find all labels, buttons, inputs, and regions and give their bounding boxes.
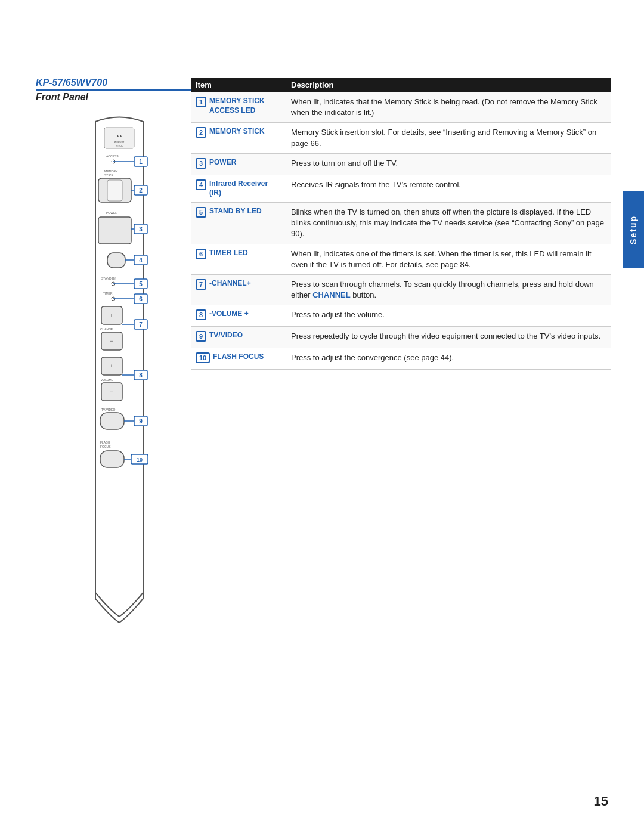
item-cell-6: 6 TIMER LED — [196, 249, 291, 259]
svg-rect-12 — [107, 180, 122, 201]
desc-cell-8: Press to adjust the volume. — [291, 309, 606, 320]
svg-text:STAND BY: STAND BY — [101, 277, 116, 280]
item-num-5: 5 — [196, 207, 206, 218]
svg-text:−: − — [110, 389, 113, 395]
item-cell-2: 2 MEMORY STICK — [196, 127, 291, 138]
svg-text:TV/VIDEO: TV/VIDEO — [101, 408, 115, 411]
item-cell-8: 8 -VOLUME + — [196, 309, 291, 320]
table-row: 7 -CHANNEL+ Press to scan through channe… — [191, 275, 611, 305]
setup-tab-label: Setup — [628, 215, 638, 244]
item-name-9: TV/VIDEO — [209, 331, 243, 340]
table-row: 9 TV/VIDEO Press repeatedly to cycle thr… — [191, 327, 611, 348]
item-name-2: MEMORY STICK — [209, 127, 265, 137]
svg-text:MEMORY: MEMORY — [114, 140, 125, 143]
panel-title: KP-57/65WV700 Front Panel — [36, 78, 203, 103]
svg-text:7: 7 — [139, 321, 143, 328]
right-panel: Item Description 1 MEMORY STICKACCESS LE… — [191, 78, 611, 370]
channel-highlight: CHANNEL — [312, 290, 351, 299]
item-num-4: 4 — [196, 179, 206, 190]
desc-cell-4: Receives IR signals from the TV’s remote… — [291, 179, 606, 190]
item-cell-1: 1 MEMORY STICKACCESS LED — [196, 97, 291, 115]
item-num-3: 3 — [196, 158, 206, 169]
svg-text:TIMER: TIMER — [103, 292, 113, 295]
svg-text:9: 9 — [139, 418, 143, 425]
svg-text:FOCUS: FOCUS — [100, 445, 111, 448]
svg-rect-21 — [107, 253, 125, 268]
item-cell-5: 5 STAND BY LED — [196, 207, 291, 218]
device-illustration: ▲▲ MEMORY STICK ACCESS 1 MEMORY STICK 2 … — [78, 110, 161, 630]
item-name-1: MEMORY STICKACCESS LED — [209, 97, 265, 115]
item-cell-3: 3 POWER — [196, 158, 291, 169]
desc-cell-3: Press to turn on and off the TV. — [291, 158, 606, 169]
item-num-10: 10 — [196, 352, 210, 363]
item-name-10: FLASH FOCUS — [213, 352, 264, 362]
model-name: KP-57/65WV700 — [36, 78, 203, 91]
item-cell-4: 4 Infrared Receiver(IR) — [196, 179, 291, 198]
desc-cell-7: Press to scan through channels. To scan … — [291, 279, 606, 301]
svg-text:ACCESS: ACCESS — [106, 154, 119, 158]
svg-text:4: 4 — [139, 257, 143, 264]
svg-text:STICK: STICK — [104, 174, 113, 177]
item-num-6: 6 — [196, 249, 206, 259]
item-num-7: 7 — [196, 279, 206, 290]
item-cell-7: 7 -CHANNEL+ — [196, 279, 291, 290]
svg-text:10: 10 — [137, 457, 143, 463]
svg-text:VOLUME: VOLUME — [101, 378, 114, 382]
desc-cell-9: Press repeatedly to cycle through the vi… — [291, 331, 606, 342]
item-num-9: 9 — [196, 331, 206, 342]
table-row: 5 STAND BY LED Blinks when the TV is tur… — [191, 203, 611, 244]
page-number: 15 — [594, 794, 608, 809]
item-cell-9: 9 TV/VIDEO — [196, 331, 291, 342]
table-row: 3 POWER Press to turn on and off the TV. — [191, 154, 611, 175]
svg-text:POWER: POWER — [106, 211, 117, 215]
svg-text:1: 1 — [139, 159, 143, 165]
header-item: Item — [196, 80, 291, 89]
item-num-2: 2 — [196, 127, 206, 138]
table-row: 10 FLASH FOCUS Press to adjust the conve… — [191, 348, 611, 370]
svg-text:6: 6 — [139, 296, 143, 302]
item-name-7: -CHANNEL+ — [209, 279, 251, 289]
svg-text:3: 3 — [139, 226, 143, 233]
item-name-5: STAND BY LED — [209, 207, 262, 216]
item-cell-10: 10 FLASH FOCUS — [196, 352, 291, 363]
item-name-3: POWER — [209, 158, 236, 168]
svg-rect-17 — [98, 217, 131, 244]
desc-cell-6: When lit, indicates one of the timers is… — [291, 249, 606, 270]
svg-text:MEMORY: MEMORY — [104, 169, 118, 173]
table-row: 6 TIMER LED When lit, indicates one of t… — [191, 244, 611, 275]
svg-text:+: + — [110, 363, 113, 369]
svg-text:FLASH: FLASH — [100, 441, 110, 444]
header-description: Description — [291, 80, 606, 89]
desc-cell-1: When lit, indicates that the Memory Stic… — [291, 97, 606, 118]
item-name-8: -VOLUME + — [209, 309, 249, 319]
table-row: 1 MEMORY STICKACCESS LED When lit, indic… — [191, 92, 611, 123]
desc-cell-2: Memory Stick insertion slot. For details… — [291, 127, 606, 148]
panel-subtitle: Front Panel — [36, 92, 88, 102]
svg-text:−: − — [110, 338, 113, 344]
svg-text:STICK: STICK — [116, 144, 123, 147]
svg-text:CHANNEL: CHANNEL — [100, 327, 114, 331]
svg-rect-58 — [100, 451, 124, 467]
table-header: Item Description — [191, 78, 611, 92]
table-row: 2 MEMORY STICK Memory Stick insertion sl… — [191, 123, 611, 153]
svg-text:5: 5 — [139, 281, 143, 287]
svg-text:2: 2 — [139, 187, 143, 194]
item-num-8: 8 — [196, 309, 206, 320]
left-panel: KP-57/65WV700 Front Panel ▲▲ MEMORY STIC… — [36, 78, 203, 630]
table-row: 8 -VOLUME + Press to adjust the volume. — [191, 305, 611, 327]
item-name-4: Infrared Receiver(IR) — [209, 179, 268, 198]
table-row: 4 Infrared Receiver(IR) Receives IR sign… — [191, 175, 611, 203]
svg-text:8: 8 — [139, 372, 143, 379]
svg-rect-52 — [100, 413, 124, 429]
desc-cell-5: Blinks when the TV is turned on, then sh… — [291, 207, 606, 240]
desc-cell-10: Press to adjust the convergence (see pag… — [291, 352, 606, 363]
item-num-1: 1 — [196, 97, 206, 107]
setup-tab: Setup — [623, 191, 644, 268]
svg-text:▲▲: ▲▲ — [116, 134, 122, 137]
item-name-6: TIMER LED — [209, 249, 248, 258]
svg-text:+: + — [110, 312, 113, 318]
